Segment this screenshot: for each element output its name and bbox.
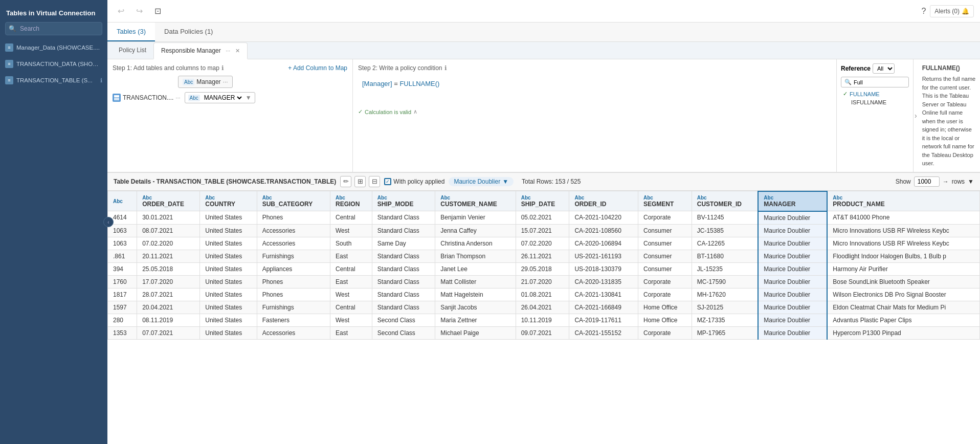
table-cell: Eldon Cleatmat Chair Mats for Medium Pi (827, 301, 979, 314)
tab-responsible-manager[interactable]: Responsible Manager ··· ✕ (153, 42, 248, 59)
table-row: 159720.04.2021United StatesFurnishingsCe… (108, 301, 980, 314)
split-icon-button[interactable]: ⊟ (369, 176, 380, 187)
ref-item-isfullname[interactable]: ISFULLNAME (841, 98, 909, 106)
step2-panel: Step 2: Write a policy condition ℹ [Mana… (353, 59, 837, 172)
ref-search-icon: 🔍 (844, 79, 852, 85)
table-cell: Standard Class (372, 250, 435, 262)
abc-badge: Abc (188, 95, 200, 101)
table-cell: Harmony Air Purifier (827, 262, 979, 275)
manager-column-header: Abc Manager ··· (178, 76, 233, 88)
chevron-down-icon: ▼ (502, 178, 508, 185)
col-header-sub-category[interactable]: AbcSUB_CATEGORY (257, 191, 330, 211)
tab-tables[interactable]: Tables (3) (107, 23, 155, 41)
panel-expand-button[interactable]: › (914, 59, 918, 172)
table-cell: United States (200, 301, 257, 314)
col-header-customer-id[interactable]: AbcCUSTOMER_ID (692, 191, 758, 211)
tab-policy-list[interactable]: Policy List (112, 42, 153, 59)
ref-search-box[interactable]: 🔍 (841, 77, 909, 87)
table-cell: Wilson Electronics DB Pro Signal Booster (827, 288, 979, 301)
add-column-button[interactable]: + Add Column to Map (288, 64, 347, 72)
col-header-region[interactable]: AbcREGION (330, 191, 372, 211)
formula-op: = (394, 80, 399, 87)
pencil-icon-button[interactable]: ✏ (340, 176, 351, 187)
table-cell: Hypercom P1300 Pinpad (827, 326, 979, 339)
sidebar-item-transaction-table[interactable]: ≡ TRANSACTION_TABLE (S... ℹ (0, 72, 107, 88)
ref-category-select[interactable]: All (873, 63, 895, 74)
col-header-order-id[interactable]: AbcORDER_ID (569, 191, 638, 211)
alerts-button[interactable]: Alerts (0) 🔔 (930, 5, 974, 17)
table-cell: 15.07.2021 (516, 224, 569, 237)
table-cell: 25.05.2018 (137, 262, 200, 275)
policy-user-selector[interactable]: Maurice Doublier ▼ (449, 177, 514, 186)
table-cell: Consumer (638, 237, 692, 250)
redo-button[interactable]: ↪ (132, 4, 146, 18)
table-cell: CA-2021-130841 (569, 288, 638, 301)
undo-button[interactable]: ↩ (114, 4, 128, 18)
formula-area[interactable]: [Manager] = FULLNAME() (358, 76, 831, 106)
ref-item-fullname[interactable]: ✓ FULLNAME (841, 90, 909, 98)
save-button[interactable]: ⊡ (150, 4, 165, 18)
ref-search-input[interactable] (854, 79, 905, 85)
chevron-up: ∧ (413, 108, 417, 115)
table-cell: 20.11.2021 (137, 250, 200, 262)
table-cell: Standard Class (372, 288, 435, 301)
col-header-manager[interactable]: AbcMANAGER (758, 191, 827, 211)
step2-header: Step 2: Write a policy condition ℹ (358, 64, 831, 72)
policy-area: Policy List Responsible Manager ··· ✕ St… (107, 42, 980, 173)
table-cell: Maurice Doublier (758, 275, 827, 288)
sidebar-collapse-button[interactable]: ‹ (103, 217, 114, 227)
data-table: Abc AbcORDER_DATE AbcCOUNTRY AbcSUB_CATE… (107, 191, 980, 340)
table-cell: 1817 (108, 288, 137, 301)
table-cell: Benjamin Venier (435, 211, 516, 225)
table-cell: Matt Collister (435, 275, 516, 288)
table-cell: TRANSACTION.... ··· (113, 94, 181, 102)
sidebar-item-transaction-data[interactable]: ≡ TRANSACTION_DATA (SHOW... (0, 56, 107, 72)
col-header-ship-mode[interactable]: AbcSHIP_MODE (372, 191, 435, 211)
table-cell: Matt Hagelstein (435, 288, 516, 301)
col-chevron: ▼ (246, 94, 252, 101)
ref-list: Reference All 🔍 ✓ FULLNAME (837, 59, 914, 172)
table-cell: United States (200, 288, 257, 301)
tab-data-policies[interactable]: Data Policies (1) (155, 23, 222, 41)
table-dots: ··· (175, 95, 180, 101)
col-header-ship-date[interactable]: AbcSHIP_DATE (516, 191, 569, 211)
table-cell: Fasteners (257, 314, 330, 326)
col-header-order-date[interactable]: AbcORDER_DATE (137, 191, 200, 211)
table-cell: Christina Anderson (435, 237, 516, 250)
table-cell: United States (200, 262, 257, 275)
grid-icon-button[interactable]: ⊞ (354, 176, 366, 187)
table-row: 135307.07.2021United StatesAccessoriesEa… (108, 326, 980, 339)
sidebar-item-manager-data[interactable]: ≡ Manager_Data (SHOWCASE.... (0, 39, 107, 56)
table-cell: 1063 (108, 237, 137, 250)
table-cell: 17.07.2020 (137, 275, 200, 288)
column-select[interactable]: MANAGER (202, 94, 243, 102)
table-cell: BT-11680 (692, 250, 758, 262)
table-cell: Home Office (638, 314, 692, 326)
table-cell: Maurice Doublier (758, 211, 827, 225)
show-rows-input[interactable] (914, 176, 940, 187)
table-cell: United States (200, 250, 257, 262)
col-header-product-name[interactable]: AbcPRODUCT_NAME (827, 191, 979, 211)
table-cell: AT&T 841000 Phone (827, 211, 979, 225)
table-cell: United States (200, 211, 257, 225)
table-cell: Floodlight Indoor Halogen Bulbs, 1 Bulb … (827, 250, 979, 262)
col-header-segment[interactable]: AbcSEGMENT (638, 191, 692, 211)
table-row: 106307.02.2020United StatesAccessoriesSo… (108, 237, 980, 250)
tab-close-button[interactable]: ✕ (235, 48, 240, 54)
table-cell: 21.07.2020 (516, 275, 569, 288)
svg-rect-2 (114, 99, 119, 100)
with-policy-checkbox[interactable]: ✓ (384, 178, 391, 185)
col-header-customer-name[interactable]: AbcCUSTOMER_NAME (435, 191, 516, 211)
table-cell: Accessories (257, 237, 330, 250)
table-cell: Phones (257, 275, 330, 288)
table-header: Abc AbcORDER_DATE AbcCOUNTRY AbcSUB_CATE… (108, 191, 980, 211)
help-icon[interactable]: ? (921, 7, 926, 16)
table-cell: Sanjit Jacobs (435, 301, 516, 314)
table-cell: 20.04.2021 (137, 301, 200, 314)
table-cell: Phones (257, 211, 330, 225)
ref-list-header: Reference All (841, 63, 909, 74)
col-header-country[interactable]: AbcCOUNTRY (200, 191, 257, 211)
search-input[interactable] (5, 22, 102, 35)
table-cell: Corporate (638, 326, 692, 339)
column-selector[interactable]: Abc MANAGER ▼ (185, 92, 255, 103)
